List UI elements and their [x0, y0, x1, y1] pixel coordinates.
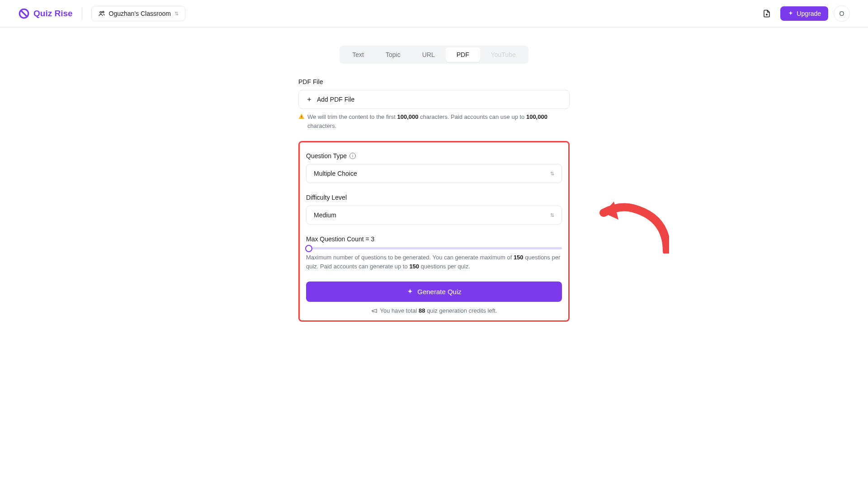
credits-count: 88: [419, 307, 425, 314]
tab-topic[interactable]: Topic: [375, 47, 411, 62]
help-limit-1: 150: [514, 254, 524, 261]
main-content: Text Topic URL PDF YouTube PDF File Add …: [289, 28, 579, 340]
difficulty-value: Medium: [314, 211, 336, 219]
svg-point-8: [301, 117, 302, 118]
question-type-section: Question Type i Multiple Choice ⇅: [306, 152, 562, 183]
tab-text[interactable]: Text: [341, 47, 375, 62]
upgrade-label: Upgrade: [797, 10, 821, 17]
warning-icon: [298, 113, 305, 120]
chevron-updown-icon: ⇅: [550, 212, 554, 218]
help-suffix: questions per quiz.: [419, 263, 470, 270]
max-count-slider[interactable]: [306, 247, 562, 249]
slider-thumb[interactable]: [305, 245, 312, 252]
tab-topic-label: Topic: [386, 51, 401, 58]
avatar-initial: O: [840, 10, 844, 17]
app-header: Quiz Rise Oguzhan's Classroom ⇅ Upgr: [0, 0, 868, 28]
trim-limit-2: 100,000: [526, 113, 547, 120]
difficulty-section: Difficulty Level Medium ⇅: [306, 194, 562, 225]
add-pdf-button[interactable]: Add PDF File: [298, 90, 570, 109]
sparkle-icon: [788, 10, 794, 17]
pdf-file-label: PDF File: [298, 78, 570, 85]
upgrade-button[interactable]: Upgrade: [780, 6, 828, 21]
options-highlighted-section: Question Type i Multiple Choice ⇅ Diffic…: [298, 141, 570, 322]
sparkle-icon: [406, 288, 414, 296]
trim-suffix: characters.: [307, 122, 336, 129]
difficulty-label: Difficulty Level: [306, 194, 562, 201]
trim-limit-1: 100,000: [397, 113, 418, 120]
megaphone-icon: [371, 308, 377, 314]
generate-label: Generate Quiz: [417, 288, 462, 296]
plus-icon: [306, 96, 312, 103]
tab-youtube-label: YouTube: [491, 51, 516, 58]
tab-url[interactable]: URL: [411, 47, 446, 62]
trim-prefix: We will trim the content to the first: [307, 113, 397, 120]
source-tabs: Text Topic URL PDF YouTube: [340, 46, 528, 64]
logo[interactable]: Quiz Rise: [18, 8, 73, 19]
tab-pdf-label: PDF: [457, 51, 469, 58]
avatar[interactable]: O: [834, 5, 850, 22]
chevron-updown-icon: ⇅: [175, 11, 179, 17]
svg-point-1: [100, 11, 102, 13]
tab-text-label: Text: [352, 51, 364, 58]
question-type-value: Multiple Choice: [314, 170, 357, 177]
info-icon[interactable]: i: [349, 153, 356, 159]
help-prefix: Maximum number of questions to be genera…: [306, 254, 514, 261]
document-icon: [763, 9, 771, 18]
question-type-label: Question Type i: [306, 152, 562, 160]
difficulty-select[interactable]: Medium ⇅: [306, 206, 562, 225]
users-icon: [98, 10, 105, 17]
tab-youtube[interactable]: YouTube: [480, 47, 527, 62]
question-type-select[interactable]: Multiple Choice ⇅: [306, 164, 562, 183]
max-count-section: Max Question Count = 3 Maximum number of…: [306, 235, 562, 271]
credits-info: You have total 88 quiz generation credit…: [306, 307, 562, 314]
document-button[interactable]: [759, 5, 775, 22]
credits-suffix: quiz generation credits left.: [425, 307, 497, 314]
header-left: Quiz Rise Oguzhan's Classroom ⇅: [18, 6, 185, 21]
header-right: Upgrade O: [759, 5, 850, 22]
classroom-name: Oguzhan's Classroom: [109, 10, 171, 17]
question-type-label-text: Question Type: [306, 152, 347, 160]
warning-text: We will trim the content to the first 10…: [307, 113, 570, 130]
trim-mid: characters. Paid accounts can use up to: [418, 113, 526, 120]
add-pdf-label: Add PDF File: [317, 96, 354, 103]
tab-url-label: URL: [422, 51, 435, 58]
help-limit-2: 150: [409, 263, 419, 270]
pdf-trim-warning: We will trim the content to the first 10…: [298, 113, 570, 130]
generate-quiz-button[interactable]: Generate Quiz: [306, 282, 562, 302]
classroom-selector[interactable]: Oguzhan's Classroom ⇅: [91, 6, 185, 21]
chevron-updown-icon: ⇅: [550, 171, 554, 177]
divider: [82, 7, 82, 20]
max-count-help: Maximum number of questions to be genera…: [306, 253, 562, 271]
credits-prefix: You have total: [380, 307, 419, 314]
logo-text: Quiz Rise: [33, 9, 73, 19]
annotation-arrow: [597, 195, 669, 253]
pdf-file-section: PDF File Add PDF File We will trim the c…: [298, 78, 570, 130]
max-count-label: Max Question Count = 3: [306, 235, 562, 243]
tab-pdf[interactable]: PDF: [446, 47, 480, 62]
svg-point-2: [102, 11, 104, 13]
logo-icon: [18, 8, 30, 19]
credits-text: You have total 88 quiz generation credit…: [380, 307, 497, 314]
